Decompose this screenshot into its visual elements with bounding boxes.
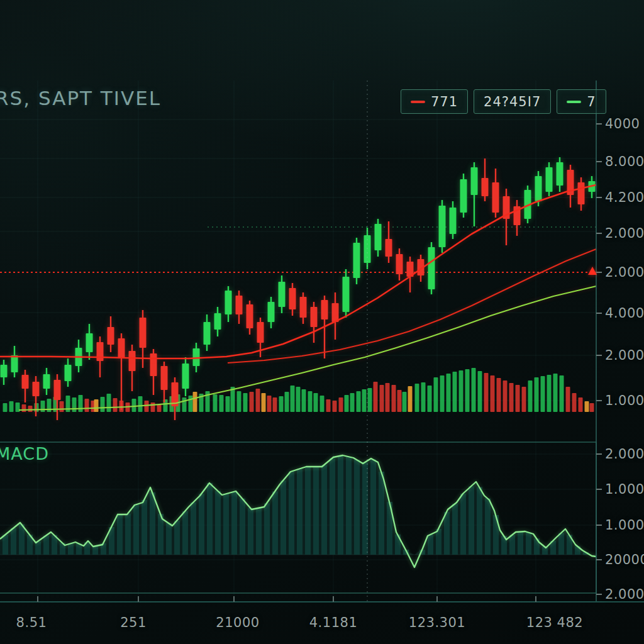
price-tick-label: 2.000 bbox=[605, 348, 644, 363]
legend-box-fast-ma[interactable]: 771 bbox=[401, 89, 468, 114]
price-tick-label: 1.0000 bbox=[605, 482, 644, 497]
macd-panel-label: MACD bbox=[0, 444, 49, 464]
symbol-title: RS, SAPT TIVEL bbox=[0, 87, 161, 109]
price-tick-label: 2.000 bbox=[605, 265, 644, 280]
red-ma-dash-icon bbox=[411, 101, 425, 103]
price-tick-label: 2.0000 bbox=[605, 447, 644, 462]
legend-value: 24?45I7 bbox=[484, 94, 541, 109]
trading-chart-screen: RS, SAPT TIVEL 771 24?45I7 7 MACD 40008.… bbox=[0, 0, 644, 644]
time-tick-label: 123.301 bbox=[409, 615, 465, 630]
time-tick-label: 4.1181 bbox=[309, 615, 357, 630]
legend-value: 7 bbox=[587, 94, 596, 109]
price-level-arrow-marker bbox=[588, 267, 597, 275]
price-tick-label: 4000 bbox=[605, 116, 640, 131]
price-tick-label: 8.000 bbox=[605, 154, 644, 169]
price-tick-label: 1.0000 bbox=[605, 518, 644, 533]
legend-value: 771 bbox=[431, 94, 458, 109]
time-tick-label: 123 482 bbox=[526, 615, 583, 630]
price-tick-label: 2.000 bbox=[605, 226, 644, 241]
legend-box-green-ma[interactable]: 7 bbox=[557, 89, 606, 114]
indicator-legend: 771 24?45I7 7 bbox=[401, 89, 606, 114]
volume-bars-layer bbox=[3, 368, 594, 412]
time-tick-label: 21000 bbox=[216, 615, 259, 630]
price-tick-label: 2.000 bbox=[605, 587, 644, 602]
price-tick-label: 20000 bbox=[605, 552, 644, 567]
price-tick-label: 4.000 bbox=[605, 306, 644, 321]
green-ma-dash-icon bbox=[567, 101, 581, 103]
macd-indicator-layer bbox=[0, 455, 596, 567]
time-tick-label: 251 bbox=[120, 615, 147, 630]
time-tick-label: 8.51 bbox=[16, 615, 47, 630]
legend-box-value[interactable]: 24?45I7 bbox=[474, 89, 551, 114]
price-tick-label: 4.200 bbox=[605, 190, 644, 205]
price-tick-label: 1.000 bbox=[605, 393, 644, 408]
